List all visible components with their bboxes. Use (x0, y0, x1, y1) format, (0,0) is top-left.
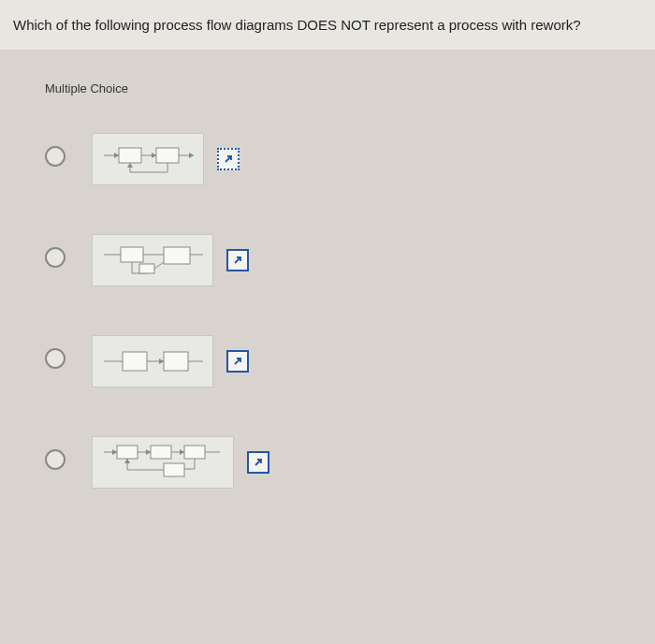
expand-icon (223, 154, 234, 165)
svg-rect-5 (156, 148, 179, 163)
svg-rect-2 (119, 148, 141, 163)
content-area: Multiple Choice (0, 50, 655, 507)
option-d-content (92, 436, 269, 489)
option-d (45, 436, 610, 489)
answer-type-label: Multiple Choice (45, 68, 610, 118)
radio-c[interactable] (45, 348, 66, 369)
svg-marker-19 (159, 359, 164, 364)
svg-marker-29 (180, 449, 184, 455)
question-text: Which of the following process flow diag… (13, 17, 581, 33)
radio-d[interactable] (45, 449, 66, 470)
svg-marker-1 (114, 153, 119, 158)
flow-diagram-c-svg (102, 339, 203, 384)
svg-rect-17 (123, 352, 147, 371)
option-b-content (92, 234, 249, 286)
option-a (45, 133, 610, 185)
expand-button-a[interactable] (217, 148, 240, 170)
option-c-content (92, 335, 249, 388)
options-list (45, 133, 610, 489)
svg-rect-20 (164, 352, 188, 371)
svg-rect-27 (151, 446, 171, 459)
svg-marker-7 (189, 153, 194, 158)
svg-marker-4 (152, 153, 156, 158)
expand-icon (232, 356, 243, 367)
diagram-a (92, 133, 204, 185)
expand-button-d[interactable] (247, 451, 269, 474)
svg-marker-23 (112, 449, 117, 455)
flow-diagram-b-svg (102, 238, 203, 283)
svg-marker-26 (146, 449, 151, 455)
svg-rect-32 (164, 463, 184, 476)
expand-button-c[interactable] (226, 350, 249, 373)
option-b (45, 234, 610, 286)
diagram-d (92, 436, 234, 489)
svg-line-15 (154, 262, 164, 269)
flow-diagram-d-svg (102, 439, 224, 486)
svg-marker-8 (127, 163, 133, 168)
radio-a[interactable] (45, 146, 66, 167)
question-header: Which of the following process flow diag… (0, 0, 655, 50)
option-a-content (92, 133, 240, 185)
radio-b[interactable] (45, 247, 66, 268)
svg-marker-33 (124, 459, 130, 463)
svg-rect-14 (139, 264, 154, 273)
svg-rect-30 (184, 446, 205, 459)
svg-rect-10 (121, 247, 143, 262)
expand-icon (232, 255, 243, 266)
expand-icon (253, 457, 264, 468)
svg-rect-12 (164, 247, 190, 264)
diagram-c (92, 335, 213, 388)
expand-button-b[interactable] (226, 249, 249, 271)
svg-rect-24 (117, 446, 138, 459)
option-c (45, 335, 610, 388)
diagram-b (92, 234, 213, 286)
flow-diagram-a-svg (102, 137, 194, 182)
